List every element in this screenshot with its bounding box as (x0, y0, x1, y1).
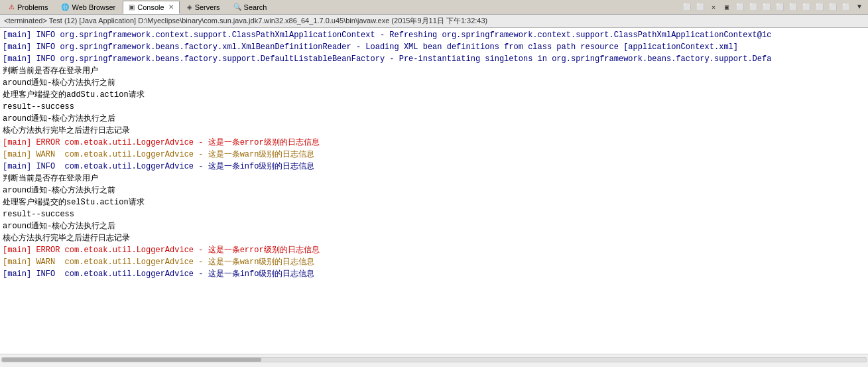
toolbar-btn-1[interactable]: ⬜ (681, 1, 693, 13)
tab-problems-label: Problems (17, 3, 48, 11)
toolbar-btn-6[interactable]: ⬜ (761, 1, 773, 13)
console-line: around通知-核心方法执行之后 (3, 220, 865, 232)
toolbar-btn-3[interactable]: ▣ (721, 1, 733, 13)
tab-search-label: Search (244, 3, 267, 11)
console-line: [main] WARN com.etoak.util.LoggerAdvice … (3, 149, 865, 161)
console-line: 核心方法执行完毕之后进行日志记录 (3, 125, 865, 137)
console-output[interactable]: [main] INFO org.springframework.context.… (0, 28, 868, 354)
console-line: [main] INFO org.springframework.beans.fa… (3, 41, 865, 53)
scrollbar-track[interactable] (1, 357, 867, 362)
tab-servers[interactable]: ◈ Servers (181, 1, 226, 14)
console-line: result--success (3, 101, 865, 113)
console-line: 处理客户端提交的selStu.action请求 (3, 196, 865, 208)
toolbar-dropdown[interactable]: ▼ (853, 1, 865, 13)
tab-console-label: Console (137, 3, 164, 11)
console-line: 处理客户端提交的addStu.action请求 (3, 89, 865, 101)
console-line: [main] INFO org.springframework.context.… (3, 29, 865, 41)
tab-console[interactable]: ▣ Console ✕ (123, 1, 179, 14)
toolbar-btn-5[interactable]: ⬜ (747, 1, 759, 13)
browser-icon: 🌐 (61, 3, 69, 11)
toolbar-btn-9[interactable]: ⬜ (800, 1, 812, 13)
toolbar-right: ⬜ ⬜ ✕ ▣ ⬜ ⬜ ⬜ ⬜ ⬜ ⬜ ⬜ ⬜ ⬜ ▼ (681, 1, 865, 13)
console-close-icon[interactable]: ✕ (168, 3, 174, 11)
toolbar-btn-12[interactable]: ⬜ (840, 1, 852, 13)
tab-problems[interactable]: ⚠ Problems (3, 1, 54, 14)
toolbar-btn-close[interactable]: ✕ (708, 1, 719, 13)
toolbar-btn-2[interactable]: ⬜ (694, 1, 706, 13)
tab-webbrowser[interactable]: 🌐 Web Browser (55, 1, 121, 14)
horizontal-scrollbar[interactable] (0, 354, 868, 364)
console-line: [main] INFO com.etoak.util.LoggerAdvice … (3, 268, 865, 280)
console-line: [main] WARN com.etoak.util.LoggerAdvice … (3, 256, 865, 268)
console-line: 核心方法执行完毕之后进行日志记录 (3, 232, 865, 244)
console-header: <terminated> Test (12) [Java Application… (0, 15, 868, 28)
console-line: around通知-核心方法执行之后 (3, 113, 865, 125)
toolbar-btn-11[interactable]: ⬜ (827, 1, 839, 13)
servers-icon: ◈ (187, 3, 192, 11)
console-icon: ▣ (129, 3, 135, 11)
console-line: 判断当前是否存在登录用户 (3, 173, 865, 184)
console-line: [main] ERROR com.etoak.util.LoggerAdvice… (3, 244, 865, 256)
search-icon: 🔍 (233, 3, 241, 11)
console-line: 判断当前是否存在登录用户 (3, 65, 865, 77)
console-line: result--success (3, 208, 865, 220)
toolbar-btn-4[interactable]: ⬜ (734, 1, 746, 13)
toolbar-btn-10[interactable]: ⬜ (814, 1, 826, 13)
toolbar-btn-8[interactable]: ⬜ (787, 1, 799, 13)
console-line: around通知-核心方法执行之前 (3, 184, 865, 196)
console-line: [main] INFO com.etoak.util.LoggerAdvice … (3, 161, 865, 173)
tab-bar: ⚠ Problems 🌐 Web Browser ▣ Console ✕ ◈ S… (0, 0, 868, 15)
toolbar-btn-7[interactable]: ⬜ (774, 1, 786, 13)
tab-webbrowser-label: Web Browser (72, 3, 115, 11)
scrollbar-thumb[interactable] (2, 358, 261, 362)
problems-icon: ⚠ (9, 3, 15, 11)
console-line: around通知-核心方法执行之前 (3, 77, 865, 89)
tab-servers-label: Servers (195, 3, 220, 11)
tab-search[interactable]: 🔍 Search (227, 1, 273, 14)
console-line: [main] ERROR com.etoak.util.LoggerAdvice… (3, 137, 865, 149)
console-line: [main] INFO org.springframework.beans.fa… (3, 53, 865, 65)
